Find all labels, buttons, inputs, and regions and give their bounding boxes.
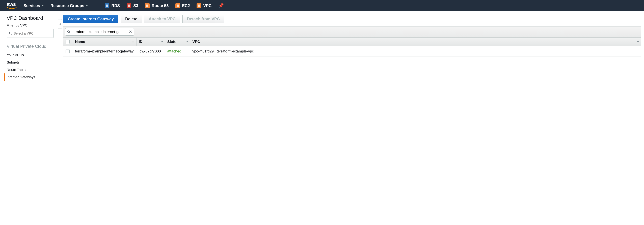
- sidebar-item-subnets[interactable]: Subnets: [7, 59, 54, 66]
- vpc-icon: [196, 3, 201, 8]
- clear-search-icon[interactable]: ✕: [129, 30, 132, 34]
- attach-to-vpc-button[interactable]: Attach to VPC: [144, 14, 180, 23]
- shortcut-rds[interactable]: RDS: [105, 3, 120, 8]
- shortcut-label: Route 53: [152, 3, 168, 8]
- delete-button[interactable]: Delete: [121, 14, 142, 23]
- route53-icon: [145, 3, 150, 8]
- create-internet-gateway-button[interactable]: Create Internet Gateway: [63, 14, 118, 23]
- sidebar-item-route-tables[interactable]: Route Tables: [7, 66, 54, 74]
- nav-resource-groups-label: Resource Groups: [50, 3, 84, 8]
- cell-name: terraform-example-internet-gateway: [72, 46, 136, 57]
- nav-services-label: Services: [24, 3, 40, 8]
- search-bar[interactable]: ✕: [65, 28, 134, 36]
- svg-line-3: [69, 32, 70, 33]
- filter-label: Filter by VPC:: [7, 23, 54, 27]
- page-title: VPC Dashboard: [7, 15, 54, 21]
- shortcut-label: S3: [133, 3, 138, 8]
- shortcut-vpc[interactable]: VPC: [196, 3, 212, 8]
- search-input[interactable]: [72, 30, 128, 34]
- internet-gateways-table: Name ID State VPC terraform-exampl: [63, 38, 641, 57]
- column-header-id[interactable]: ID: [136, 38, 165, 46]
- filter-vpc-input[interactable]: [14, 32, 52, 36]
- sidebar-item-internet-gateways[interactable]: Internet Gateways: [4, 74, 54, 81]
- caret-down-icon: [161, 41, 163, 42]
- ec2-icon: [176, 3, 180, 8]
- aws-logo[interactable]: aws: [7, 1, 17, 10]
- svg-point-0: [10, 32, 12, 34]
- cell-id: igw-67df7000: [136, 46, 165, 57]
- svg-line-1: [11, 34, 12, 35]
- detach-from-vpc-button[interactable]: Detach from VPC: [182, 14, 224, 23]
- shortcut-label: RDS: [111, 3, 120, 8]
- filter-vpc-select[interactable]: [7, 29, 54, 38]
- shortcut-ec2[interactable]: EC2: [176, 3, 190, 8]
- column-header-vpc[interactable]: VPC: [190, 38, 641, 46]
- caret-down-icon: [42, 5, 44, 6]
- nav-resource-groups[interactable]: Resource Groups: [50, 3, 88, 8]
- column-header-state[interactable]: State: [165, 38, 190, 46]
- svg-point-2: [68, 31, 70, 33]
- sort-asc-icon: [132, 41, 134, 42]
- sidebar-collapse-toggle[interactable]: [58, 19, 62, 29]
- nav-services[interactable]: Services: [24, 3, 44, 8]
- search-icon: [67, 30, 70, 34]
- sidebar-item-your-vpcs[interactable]: Your VPCs: [7, 51, 54, 59]
- shortcut-label: EC2: [182, 3, 190, 8]
- caret-down-icon: [186, 41, 188, 42]
- caret-down-icon: [637, 41, 639, 42]
- pin-icon[interactable]: 📌: [218, 3, 224, 8]
- s3-icon: [126, 3, 131, 8]
- caret-down-icon: [86, 5, 88, 6]
- column-header-name[interactable]: Name: [72, 38, 136, 46]
- shortcut-route53[interactable]: Route 53: [145, 3, 168, 8]
- table-row[interactable]: terraform-example-internet-gateway igw-6…: [63, 46, 641, 57]
- row-checkbox[interactable]: [66, 49, 70, 53]
- rds-icon: [105, 3, 109, 8]
- cell-vpc: vpc-4f01fd29 | terraform-example-vpc: [190, 46, 641, 57]
- sidebar: VPC Dashboard Filter by VPC: Virtual Pri…: [0, 11, 58, 81]
- search-bar-container: ✕: [63, 26, 641, 38]
- shortcut-s3[interactable]: S3: [126, 3, 138, 8]
- toolbar: Create Internet Gateway Delete Attach to…: [63, 14, 641, 23]
- sidebar-section-title: Virtual Private Cloud: [7, 44, 54, 49]
- shortcut-label: VPC: [203, 3, 212, 8]
- cell-state: attached: [165, 46, 190, 57]
- select-all-checkbox[interactable]: [66, 40, 70, 44]
- search-icon: [9, 32, 12, 35]
- topnav: aws Services Resource Groups RDS S3 Rout…: [0, 0, 644, 11]
- main-content: Create Internet Gateway Delete Attach to…: [62, 11, 644, 81]
